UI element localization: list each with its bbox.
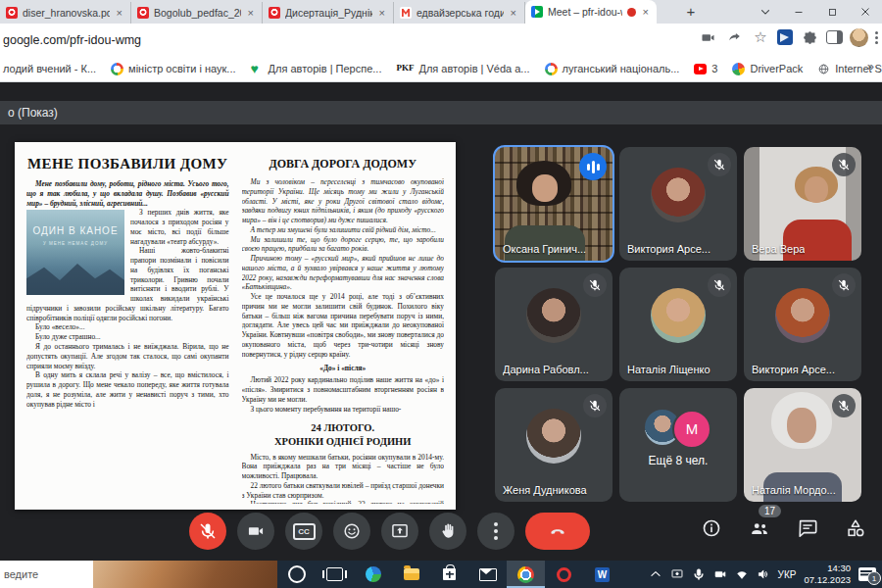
captions-button[interactable]: CC [285, 513, 322, 550]
participant-tile[interactable]: Наталія Ліщенко [619, 268, 737, 381]
paragraph: Усе це почалося ще у 2014 році, але тоді… [242, 292, 445, 359]
close-window-button[interactable] [849, 0, 882, 24]
movie-poster: ОДИН В КАНОЕ У МЕНЕ НЕМАЄ ДОМУ [26, 210, 124, 295]
taskbar-search-box[interactable]: ведите [0, 561, 277, 588]
participant-tile[interactable]: Женя Дудникова [495, 388, 612, 502]
participant-name: Оксана Гринич... [503, 243, 586, 255]
raise-hand-button[interactable] [429, 513, 466, 550]
chevron-down-icon[interactable] [749, 0, 782, 24]
bookmark-item[interactable]: PKFДля авторів | Véda a... [396, 63, 529, 75]
paragraph: 22 лютого батьки святкували ювілей – при… [242, 481, 445, 501]
tab-close-icon[interactable]: × [115, 7, 124, 20]
word-icon[interactable]: W [583, 561, 621, 588]
paragraph: Було «весело»... [26, 322, 229, 332]
bookmark-item[interactable]: луганський національ... [545, 63, 680, 75]
edge-icon[interactable] [354, 561, 392, 588]
presentation-label: о (Показ) [8, 106, 58, 120]
maximize-button[interactable] [815, 0, 849, 24]
opera-icon[interactable] [545, 561, 583, 588]
minimize-button[interactable] [782, 0, 815, 24]
end-call-button[interactable] [525, 513, 590, 550]
participant-tile[interactable]: Виктория Арсе... [619, 147, 737, 261]
mic-muted-icon [832, 153, 856, 176]
tab-gmail[interactable]: едвайзерська година × [394, 2, 525, 24]
url-text[interactable]: google.com/pfr-idou-wmg [0, 33, 141, 47]
paragraph: В одну мить я склала речі у валізу – все… [26, 370, 229, 409]
tab-pdf-3[interactable]: Дисертація_Руднік_Ю × [263, 2, 394, 24]
search-placeholder: ведите [0, 568, 38, 580]
bookmark-item[interactable]: ♥Для авторів | Перспе... [251, 63, 382, 75]
volume-icon[interactable] [757, 567, 770, 581]
participant-tile[interactable]: Дарина Рабовл... [495, 268, 612, 381]
tab-pdf-1[interactable]: diser_hranovska.pdf × [0, 2, 131, 24]
task-view-button[interactable] [316, 561, 354, 588]
bookmark-item[interactable]: міністр освіти і наук... [111, 63, 235, 75]
reactions-button[interactable] [333, 513, 370, 550]
document-title-2: ДОВГА ДОРОГА ДОДОМУ [242, 157, 445, 172]
paragraph: Було дуже страшно... [26, 332, 229, 342]
notification-center-icon[interactable]: 1 [858, 567, 876, 581]
camera-tray-icon[interactable] [713, 567, 727, 581]
microsoft-store-icon[interactable] [430, 561, 468, 588]
browser-menu-icon[interactable] [875, 31, 878, 44]
mail-icon[interactable] [468, 561, 507, 588]
participant-tile[interactable]: Наталія Мордо... [744, 388, 861, 502]
clock[interactable]: 14:30 07.12.2023 [804, 563, 851, 586]
bookmark-item[interactable]: DriverPack [732, 63, 803, 75]
search-highlight-image[interactable] [93, 561, 277, 588]
bookmark-item[interactable]: лодий вчений - К... [3, 63, 96, 74]
camera-in-use-icon[interactable] [698, 27, 717, 47]
chat-icon[interactable] [797, 517, 818, 543]
tab-pdf-2[interactable]: Bogolub_pedfac_2021 × [131, 2, 263, 24]
more-options-button[interactable] [477, 513, 514, 550]
new-tab-button[interactable]: + [681, 2, 701, 22]
meeting-panels: 17 [701, 517, 866, 543]
speaking-indicator-icon [579, 153, 607, 180]
paragraph: Причиною тому – «русский мир», який прий… [242, 254, 445, 292]
bookmarks-overflow-chevron[interactable]: » [867, 59, 874, 74]
participants-icon[interactable]: 17 [749, 517, 770, 543]
microphone-tray-icon[interactable] [692, 567, 706, 581]
tab-close-icon[interactable]: × [246, 7, 256, 20]
tab-meet-active[interactable]: Meet – pfr-idou-w × [525, 0, 657, 24]
participants-grid: Оксана Гринич... Виктория Арсе... Вера В… [495, 147, 861, 502]
meeting-details-icon[interactable] [701, 517, 722, 543]
browser-toolbar: ☆ [698, 27, 878, 47]
bookmarks-bar: лодий вчений - К... міністр освіти і нау… [0, 56, 882, 82]
pdf-icon [6, 7, 18, 19]
document-right-column: ДОВГА ДОРОГА ДОДОМУ Ми з чоловіком – пер… [242, 154, 445, 504]
tray-chevron-up-icon[interactable] [649, 567, 662, 581]
profile-avatar[interactable] [850, 28, 868, 47]
meet-stage: о (Показ) МЕНЕ ПОЗБАВИЛИ ДОМУ Мене позба… [0, 82, 882, 561]
participants-count-badge: 17 [759, 505, 781, 517]
paragraph: З цього моменту перебування на території… [242, 405, 445, 415]
extensions-puzzle-icon[interactable] [800, 27, 819, 47]
cast-display-icon[interactable] [670, 567, 684, 581]
presentation-label-bar: о (Показ) [0, 101, 882, 124]
wifi-icon[interactable] [735, 567, 749, 581]
file-explorer-icon[interactable] [392, 561, 430, 588]
present-button[interactable] [381, 513, 418, 550]
activities-icon[interactable] [845, 517, 866, 543]
share-icon[interactable] [724, 27, 744, 47]
extension-icon[interactable] [777, 29, 793, 45]
tab-close-icon[interactable]: × [377, 7, 387, 20]
participant-tile[interactable]: Виктория Арсе... [744, 268, 861, 381]
language-indicator[interactable]: УКР [778, 569, 797, 580]
participant-tile[interactable]: Вера Вера [744, 147, 861, 261]
bookmark-star-icon[interactable]: ☆ [751, 27, 770, 47]
cortana-button[interactable] [277, 561, 316, 588]
camera-button[interactable] [237, 513, 274, 550]
more-participants-tile[interactable]: M Ещё 8 чел. [619, 388, 737, 502]
participant-tile[interactable]: Оксана Гринич... [495, 147, 612, 261]
tab-close-icon[interactable]: × [641, 6, 651, 19]
paragraph: Наступного дня був вихідний. 23 лютого н… [242, 500, 445, 504]
side-panel-icon[interactable] [826, 30, 843, 44]
tab-close-icon[interactable]: × [509, 7, 518, 20]
mic-mute-button[interactable] [189, 513, 226, 550]
mic-muted-icon [583, 273, 607, 297]
time: 14:30 [827, 563, 851, 573]
chrome-icon[interactable] [507, 561, 545, 588]
presented-document[interactable]: МЕНЕ ПОЗБАВИЛИ ДОМУ Мене позбавили дому,… [15, 142, 456, 510]
bookmark-item[interactable]: 3 [694, 63, 717, 74]
